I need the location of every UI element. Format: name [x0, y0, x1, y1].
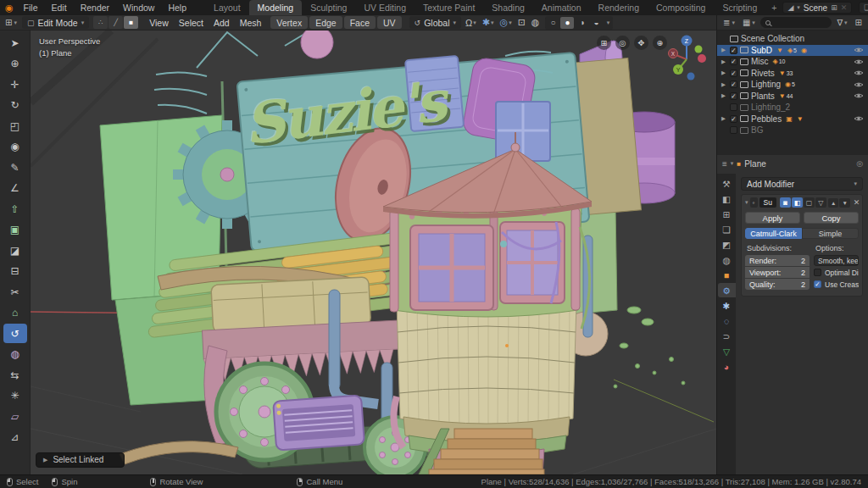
edge-select-button[interactable]: ╱: [108, 16, 123, 29]
expand-icon[interactable]: ▶: [721, 115, 727, 122]
tool-bevel[interactable]: ◪: [3, 241, 27, 260]
outliner-item-misc[interactable]: ▶✓Misc◈10: [717, 56, 868, 68]
tab-scripting[interactable]: Scripting: [714, 0, 765, 15]
rendered-shading-button[interactable]: ◒: [589, 17, 603, 29]
move-down-button[interactable]: ▼: [839, 198, 849, 208]
tool-inset-faces[interactable]: ▣: [3, 220, 27, 240]
collection-checkbox[interactable]: ✓: [730, 80, 737, 88]
tool-knife[interactable]: ✂: [3, 282, 27, 302]
element-menu-vertex[interactable]: Vertex: [270, 16, 308, 29]
collection-checkbox[interactable]: ✓: [730, 47, 737, 54]
pivot-point-button[interactable]: ◎ ▾: [498, 17, 514, 28]
scene-selector[interactable]: ◢ ▾ Scene ⊞ ✕: [782, 2, 852, 14]
wireframe-shading-button[interactable]: ○: [546, 17, 559, 29]
redo-panel[interactable]: ▶ Select Linked: [36, 452, 125, 468]
eye-icon[interactable]: [854, 92, 864, 99]
collection-checkbox[interactable]: [730, 103, 737, 111]
tab-rendering[interactable]: Rendering: [590, 0, 648, 15]
new-collection-button[interactable]: ⊞: [853, 18, 865, 27]
element-menu-uv[interactable]: UV: [377, 16, 402, 29]
mode-dropdown[interactable]: ▢ Edit Mode ▾: [22, 16, 89, 29]
tab-uv-editing[interactable]: UV Editing: [355, 0, 415, 15]
copy-button[interactable]: Copy: [804, 212, 859, 224]
outliner-root-row[interactable]: Scene Collection: [717, 33, 868, 45]
collection-checkbox[interactable]: ✓: [730, 69, 737, 77]
unlink-scene-icon[interactable]: ✕: [841, 3, 848, 12]
outliner-search-input[interactable]: [760, 17, 832, 28]
solid-shading-button[interactable]: ●: [560, 17, 574, 29]
pan-view-button[interactable]: ✥: [634, 36, 648, 50]
menu-help[interactable]: Help: [161, 0, 193, 15]
tool-extrude-region[interactable]: ⇧: [3, 199, 27, 219]
tool-spin[interactable]: ↺: [3, 324, 27, 343]
tool-shear[interactable]: ▱: [3, 407, 27, 426]
blender-logo-icon[interactable]: ◉: [5, 3, 14, 14]
outliner-display-mode-button[interactable]: ▦ ▾: [740, 18, 758, 27]
view-layer-selector[interactable]: ❏ ▾ View Layer ⊞ ✕: [859, 2, 868, 14]
properties-tab-modifiers[interactable]: ⚙: [718, 283, 736, 297]
properties-tab-scene[interactable]: ◩: [718, 237, 736, 252]
editor-type-button[interactable]: ⊞ ▾: [3, 18, 19, 27]
element-menu-edge[interactable]: Edge: [309, 16, 342, 29]
eye-icon[interactable]: [854, 58, 864, 65]
tab-compositing[interactable]: Compositing: [648, 0, 714, 15]
menu-file[interactable]: File: [17, 0, 45, 15]
tool-rip-region[interactable]: ⊿: [3, 428, 27, 447]
subd-type-catmull-clark[interactable]: Catmull-Clark: [745, 228, 802, 239]
navigation-gizmo[interactable]: Z X Y: [667, 32, 706, 85]
render-visibility-toggle[interactable]: ◙: [780, 197, 791, 208]
properties-tab-object-data[interactable]: ▽: [718, 344, 736, 358]
properties-tab-physics[interactable]: ◌: [718, 313, 736, 328]
properties-tab-render[interactable]: ◧: [718, 191, 736, 206]
collection-checkbox[interactable]: ✓: [730, 58, 737, 65]
delete-modifier-button[interactable]: ✕: [854, 198, 860, 207]
expand-icon[interactable]: ▶: [721, 58, 727, 65]
add-modifier-dropdown[interactable]: Add Modifier ▾: [741, 177, 863, 191]
outliner-item-plants[interactable]: ▶✓Plants▼44: [717, 91, 868, 103]
snapping-button[interactable]: Ω ▾: [464, 18, 478, 28]
outliner-item-pebbles[interactable]: ▶✓Pebbles▣▼: [717, 114, 868, 125]
properties-editor-icon[interactable]: ≡: [722, 159, 727, 169]
outliner-item-rivets[interactable]: ▶✓Rivets▼33: [717, 68, 868, 80]
menu-render[interactable]: Render: [74, 0, 116, 15]
outliner-item-subd[interactable]: ▶✓SubD▼◈5◉: [717, 45, 868, 57]
viewport-visibility-toggle[interactable]: ◧: [792, 197, 803, 208]
element-menu-face[interactable]: Face: [344, 16, 376, 29]
tool-edge-slide[interactable]: ⇆: [3, 365, 27, 385]
properties-tab-particles[interactable]: ✱: [718, 298, 736, 313]
use-creases-row[interactable]: ✓ Use Creases: [814, 279, 859, 290]
properties-tab-constraints[interactable]: ⊃: [718, 329, 736, 343]
overlays-toggle[interactable]: ◍: [530, 17, 542, 28]
vertex-select-button[interactable]: ∴: [93, 16, 108, 29]
optimal-display-row[interactable]: Optimal Displ..: [814, 267, 859, 278]
expand-icon[interactable]: ▶: [721, 92, 727, 99]
collection-checkbox[interactable]: ✓: [730, 115, 737, 123]
collection-checkbox[interactable]: [730, 126, 737, 134]
menu-window[interactable]: Window: [116, 0, 161, 15]
subd-type-simple[interactable]: Simple: [802, 228, 859, 239]
properties-tab-material[interactable]: ◕: [718, 359, 736, 374]
camera-view-button[interactable]: ◎: [615, 36, 630, 50]
editmode-visibility-toggle[interactable]: ▢: [804, 197, 815, 208]
properties-tab-output[interactable]: ⊞: [718, 207, 736, 221]
properties-tab-view-layer[interactable]: ❏: [718, 222, 736, 236]
viewport-menu-add[interactable]: Add: [209, 15, 235, 30]
outliner-item-lighting[interactable]: ▶✓Lighting◉5: [717, 79, 868, 91]
outliner-editor-type-button[interactable]: ≣ ▾: [721, 18, 737, 27]
eye-icon[interactable]: [854, 115, 864, 122]
eye-icon[interactable]: [854, 69, 864, 76]
material-shading-button[interactable]: ◑: [575, 17, 588, 29]
properties-tab-tool[interactable]: ⚒: [718, 176, 736, 191]
tool-measure[interactable]: ∠: [3, 179, 27, 198]
tool-poly-build[interactable]: ⌂: [3, 303, 27, 323]
tool-tweak-select[interactable]: ➤: [3, 33, 27, 53]
tool-scale[interactable]: ◰: [3, 116, 27, 136]
new-scene-icon[interactable]: ⊞: [831, 3, 837, 12]
field-render[interactable]: Render:2: [745, 255, 810, 266]
tool-smooth[interactable]: ◍: [3, 345, 27, 364]
eye-icon[interactable]: [854, 47, 864, 53]
tab-animation[interactable]: Animation: [533, 0, 590, 15]
use-creases-checkbox[interactable]: ✓: [814, 280, 821, 288]
collapse-triangle-icon[interactable]: ▾: [745, 199, 748, 206]
expand-icon[interactable]: ▶: [721, 69, 727, 76]
